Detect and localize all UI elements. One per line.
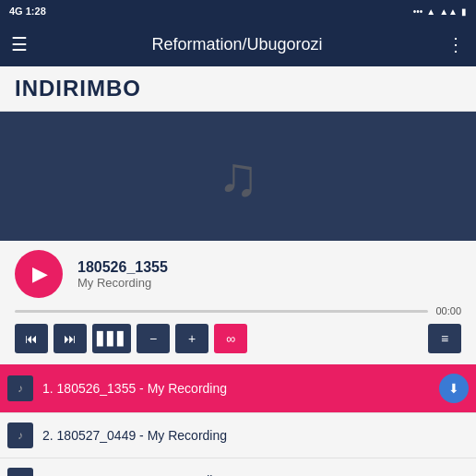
toolbar-title: Reformation/Ubugorozi (42, 35, 432, 54)
plus-icon: + (188, 331, 196, 346)
page-title-bar: INDIRIMBO (0, 66, 476, 112)
track-2-label: 2. 180527_0449 - My Recording (42, 428, 469, 443)
track-item-2[interactable]: ♪ 2. 180527_0449 - My Recording (0, 413, 476, 458)
controls-row: ⏮ ⏭ ▋▋▋ − + ∞ ≡ (15, 324, 461, 353)
next-icon: ⏭ (64, 331, 77, 346)
download-icon: ⬇ (448, 381, 459, 396)
playlist-button[interactable]: ≡ (428, 324, 461, 353)
signal-dots-icon: ••• (413, 6, 423, 17)
album-art: ♫ (0, 112, 476, 241)
track-item-3[interactable]: ♪ 3. 180527_0352 - My Recording (0, 458, 476, 476)
status-time: 4G 1:28 (9, 6, 46, 17)
minus-button[interactable]: − (137, 324, 170, 353)
player-info-row: ▶ 180526_1355 My Recording (15, 250, 461, 298)
track-info: 180526_1355 My Recording (77, 259, 168, 290)
minus-icon: − (149, 331, 157, 346)
progress-bar[interactable] (15, 310, 428, 313)
play-icon: ▶ (32, 262, 48, 286)
loop-icon: ∞ (226, 331, 235, 346)
track-subtitle: My Recording (77, 276, 168, 290)
status-bar: 4G 1:28 ••• ▲ ▲▲ ▮ (0, 0, 476, 22)
more-options-icon[interactable]: ⋮ (446, 33, 465, 55)
prev-button[interactable]: ⏮ (15, 324, 48, 353)
equalizer-icon: ▋▋▋ (97, 331, 127, 346)
track-2-music-icon: ♪ (7, 422, 33, 448)
track-1-download-button[interactable]: ⬇ (439, 374, 469, 403)
prev-icon: ⏮ (25, 331, 38, 346)
battery-icon: ▮ (461, 6, 467, 17)
next-button[interactable]: ⏭ (54, 324, 87, 353)
menu-icon[interactable]: ☰ (11, 33, 28, 55)
progress-container: 00:00 (15, 305, 461, 316)
track-3-music-icon: ♪ (7, 468, 33, 476)
track-1-label: 1. 180526_1355 - My Recording (42, 381, 439, 396)
play-button[interactable]: ▶ (15, 250, 63, 298)
player-section: ▶ 180526_1355 My Recording 00:00 ⏮ ⏭ ▋▋▋ (0, 241, 476, 364)
toolbar: ☰ Reformation/Ubugorozi ⋮ (0, 22, 476, 66)
time-label: 00:00 (435, 305, 461, 316)
music-note-icon: ♫ (218, 145, 259, 208)
wifi-icon: ▲ (426, 6, 435, 17)
status-icons: ••• ▲ ▲▲ ▮ (413, 6, 467, 17)
track-name: 180526_1355 (77, 259, 168, 276)
track-1-music-icon: ♪ (7, 375, 33, 401)
plus-button[interactable]: + (175, 324, 208, 353)
track-item-1[interactable]: ♪ 1. 180526_1355 - My Recording ⬇ (0, 364, 476, 413)
main-content: ▶ 180526_1355 My Recording 00:00 ⏮ ⏭ ▋▋▋ (0, 241, 476, 476)
page-title: INDIRIMBO (15, 76, 141, 101)
playlist-icon: ≡ (441, 331, 448, 346)
equalizer-button[interactable]: ▋▋▋ (92, 324, 131, 353)
network-icon: ▲▲ (439, 6, 458, 17)
loop-button[interactable]: ∞ (214, 324, 247, 353)
track-list: ♪ 1. 180526_1355 - My Recording ⬇ ♪ 2. 1… (0, 364, 476, 476)
